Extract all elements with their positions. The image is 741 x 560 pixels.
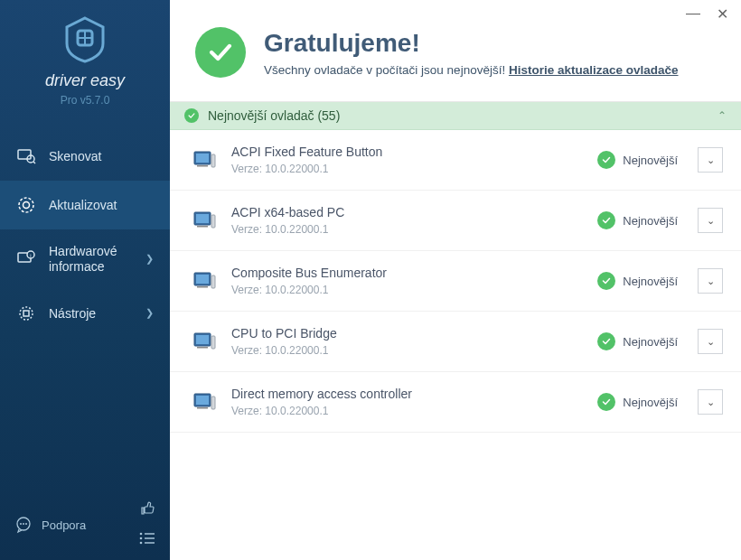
sidebar-item-update[interactable]: Aktualizovat	[0, 181, 170, 229]
collapse-icon[interactable]: ⌃	[718, 109, 727, 122]
success-check-icon	[195, 27, 246, 78]
status-label: Nejnovější	[623, 214, 678, 228]
driver-version: Verze: 10.0.22000.1	[231, 344, 583, 357]
driver-row: Direct memory access controllerVerze: 10…	[170, 372, 741, 433]
history-link[interactable]: Historie aktualizace ovladače	[509, 63, 679, 77]
dropdown-button[interactable]: ⌄	[698, 208, 723, 233]
section-title: Nejnovější ovladač (55)	[208, 108, 340, 123]
chevron-right-icon: ❯	[145, 307, 154, 319]
minimize-button[interactable]: —	[686, 5, 700, 22]
hardware-icon: i	[16, 249, 36, 269]
driver-name: Composite Bus Enumerator	[231, 266, 583, 280]
svg-rect-39	[211, 397, 215, 409]
device-icon	[192, 329, 217, 354]
svg-rect-10	[23, 311, 29, 316]
dropdown-button[interactable]: ⌄	[698, 329, 723, 354]
device-icon	[192, 268, 217, 294]
driver-name: Direct memory access controller	[231, 387, 583, 401]
dropdown-button[interactable]: ⌄	[698, 147, 723, 173]
svg-point-14	[25, 523, 27, 525]
status-label: Nejnovější	[623, 396, 678, 409]
check-icon	[184, 108, 199, 123]
svg-rect-1	[18, 150, 31, 159]
dropdown-button[interactable]: ⌄	[698, 268, 723, 294]
driver-version: Verze: 10.0.22000.1	[231, 405, 583, 417]
driver-row: ACPI x64-based PCVerze: 10.0.22000.1Nejn…	[170, 191, 741, 251]
svg-point-9	[20, 307, 33, 320]
status-label: Nejnovější	[623, 275, 678, 288]
driver-row: CPU to PCI BridgeVerze: 10.0.22000.1Nejn…	[170, 312, 741, 372]
sidebar-item-label: Aktualizovat	[49, 198, 154, 212]
sidebar: driver easy Pro v5.7.0 Skenovat Aktualiz…	[0, 0, 170, 560]
driver-status: Nejnovější	[597, 332, 678, 350]
svg-rect-31	[211, 275, 215, 288]
svg-rect-28	[197, 226, 208, 228]
driver-list: ACPI Fixed Feature ButtonVerze: 10.0.220…	[170, 130, 741, 560]
update-icon	[16, 195, 36, 215]
svg-rect-35	[211, 336, 215, 349]
device-icon	[192, 147, 217, 173]
sidebar-item-scan[interactable]: Skenovat	[0, 132, 170, 181]
chevron-right-icon: ❯	[145, 253, 154, 265]
svg-rect-36	[197, 347, 208, 349]
scan-icon	[16, 146, 36, 166]
driver-status: Nejnovější	[597, 393, 678, 411]
svg-point-12	[20, 523, 22, 525]
driver-status: Nejnovější	[597, 211, 678, 229]
svg-point-5	[23, 202, 30, 209]
brand-name: driver easy	[0, 71, 170, 90]
svg-rect-34	[196, 335, 209, 344]
brand: driver easy Pro v5.7.0	[0, 0, 170, 119]
status-label: Nejnovější	[623, 154, 678, 167]
svg-rect-22	[196, 154, 209, 163]
svg-line-3	[33, 162, 35, 163]
driver-name: CPU to PCI Bridge	[231, 326, 583, 341]
driver-version: Verze: 10.0.22000.1	[231, 163, 583, 175]
svg-rect-38	[196, 396, 209, 405]
driver-version: Verze: 10.0.22000.1	[231, 284, 583, 296]
close-button[interactable]: ✕	[717, 5, 728, 22]
sidebar-item-tools[interactable]: Nástroje ❯	[0, 289, 170, 338]
svg-text:i: i	[30, 253, 31, 258]
svg-rect-26	[196, 214, 209, 223]
svg-rect-23	[211, 154, 215, 167]
status-label: Nejnovější	[623, 335, 678, 349]
tools-icon	[16, 303, 36, 323]
svg-rect-32	[197, 286, 208, 288]
menu-icon[interactable]	[139, 530, 155, 549]
driver-row: ACPI Fixed Feature ButtonVerze: 10.0.220…	[170, 130, 741, 191]
svg-rect-30	[196, 275, 209, 284]
support-label: Podpora	[42, 518, 86, 532]
section-header[interactable]: Nejnovější ovladač (55) ⌃	[170, 102, 741, 130]
svg-rect-24	[197, 165, 208, 167]
check-icon	[597, 332, 615, 350]
device-icon	[192, 208, 217, 233]
check-icon	[597, 393, 615, 411]
sidebar-item-label: Hardwarové informace	[49, 244, 133, 275]
driver-version: Verze: 10.0.22000.1	[231, 223, 583, 236]
check-icon	[597, 272, 615, 290]
driver-status: Nejnovější	[597, 272, 678, 290]
page-title: Gratulujeme!	[264, 29, 679, 58]
svg-point-19	[140, 542, 143, 545]
device-icon	[192, 389, 217, 415]
header: Gratulujeme! Všechny ovladače v počítači…	[170, 0, 741, 102]
check-icon	[597, 151, 615, 169]
brand-tagline: Pro v5.7.0	[0, 94, 170, 107]
sidebar-item-hardware[interactable]: i Hardwarové informace ❯	[0, 229, 170, 289]
driver-name: ACPI Fixed Feature Button	[231, 145, 583, 159]
sidebar-item-label: Nástroje	[49, 306, 133, 321]
support-button[interactable]: Podpora	[14, 516, 86, 534]
thumbs-up-icon[interactable]	[139, 500, 155, 521]
logo-icon	[63, 16, 107, 66]
svg-rect-27	[211, 215, 215, 228]
check-icon	[597, 211, 615, 229]
dropdown-button[interactable]: ⌄	[698, 389, 723, 415]
svg-rect-40	[197, 407, 208, 409]
driver-status: Nejnovější	[597, 151, 678, 169]
page-subtitle: Všechny ovladače v počítači jsou nejnově…	[264, 63, 679, 77]
svg-point-13	[23, 523, 24, 525]
svg-point-4	[19, 198, 33, 212]
svg-point-15	[140, 533, 143, 536]
chat-icon	[14, 516, 33, 534]
